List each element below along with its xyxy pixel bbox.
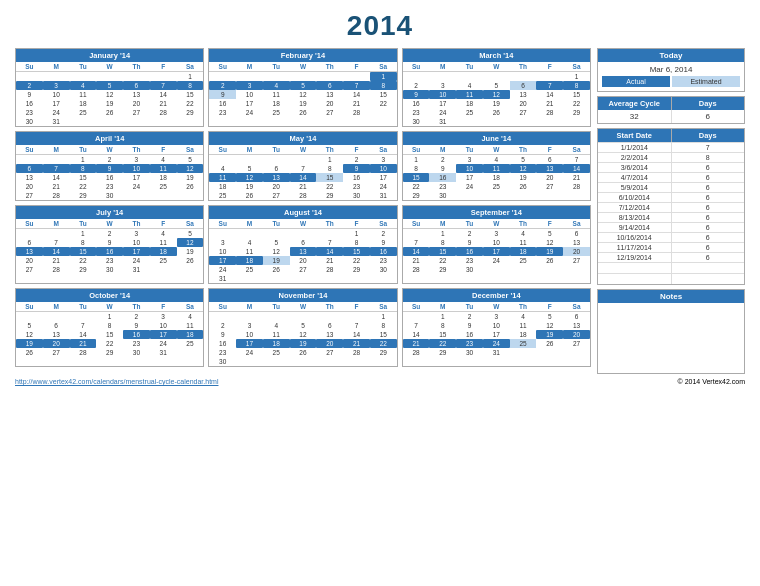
calendar-june: June '14 SuMTuWThFSa 1234567 89101112131… (402, 131, 591, 201)
calendar-december: December '14 SuMTuWThFSa 123456 78910111… (402, 288, 591, 367)
cycle-days-header: Days (672, 129, 745, 142)
calendar-may: May '14 SuMTuWThFSa 123 45678910 1112131… (208, 131, 397, 201)
calendar-july: July '14 SuMTuWThFSa 12345 6789101112 13… (15, 205, 204, 284)
today-date: Mar 6, 2014 (598, 62, 744, 76)
today-header: Today (598, 49, 744, 62)
sidebar: Today Mar 6, 2014 Actual Estimated Avera… (597, 48, 745, 374)
apr-grid: SuMTuWThFSa 12345 6789101112 13141516171… (16, 145, 203, 200)
calendar-august: August '14 SuMTuWThFSa 12 3456789 101112… (208, 205, 397, 284)
table-row: 8/13/20146 (598, 212, 744, 222)
calendar-february: February '14 SuMTuWThFSa 1 2345678 91011… (208, 48, 397, 127)
calendar-row-4: October '14 SuMTuWThFSa 1234 567891011 1… (15, 288, 591, 367)
dec-grid: SuMTuWThFSa 123456 78910111213 141516171… (403, 302, 590, 357)
average-box: Average Cycle Days 32 6 (597, 96, 745, 124)
oct-grid: SuMTuWThFSa 1234 567891011 1213141516171… (16, 302, 203, 357)
footer-link[interactable]: http://www.vertex42.com/calendars/menstr… (15, 378, 218, 385)
apr-header: April '14 (16, 132, 203, 145)
table-row: 4/7/20146 (598, 172, 744, 182)
footer: http://www.vertex42.com/calendars/menstr… (15, 378, 745, 385)
table-row: 6/10/20146 (598, 192, 744, 202)
avg-cycle-val: 32 (598, 110, 672, 123)
table-row: 5/9/20146 (598, 182, 744, 192)
calendar-april: April '14 SuMTuWThFSa 12345 6789101112 1… (15, 131, 204, 201)
estimated-legend: Estimated (672, 76, 740, 87)
table-row: 7/12/20146 (598, 202, 744, 212)
calendar-march: March '14 SuMTuWThFSa 1 2345678 91011121… (402, 48, 591, 127)
cycle-startdate-header: Start Date (598, 129, 672, 142)
calendar-row-1: January '14 SuMTuWThFSa 1 2345678 910111… (15, 48, 591, 127)
jul-header: July '14 (16, 206, 203, 219)
avg-header-row: Average Cycle Days (598, 97, 744, 110)
table-row: 2/2/20148 (598, 152, 744, 162)
table-row: 11/17/20146 (598, 242, 744, 252)
calendar-october: October '14 SuMTuWThFSa 1234 567891011 1… (15, 288, 204, 367)
sep-grid: SuMTuWThFSa 123456 78910111213 141516171… (403, 219, 590, 274)
jun-header: June '14 (403, 132, 590, 145)
notes-header: Notes (598, 290, 744, 303)
calendars-section: January '14 SuMTuWThFSa 1 2345678 910111… (15, 48, 591, 374)
jan-grid: SuMTuWThFSa 1 2345678 9101112131415 1617… (16, 62, 203, 126)
cycle-table: Start Date Days 1/1/20147 2/2/20148 3/6/… (597, 128, 745, 285)
feb-grid: SuMTuWThFSa 1 2345678 9101112131415 1617… (209, 62, 396, 117)
nov-header: November '14 (209, 289, 396, 302)
nov-grid: SuMTuWThFSa 1 2345678 9101112131415 1617… (209, 302, 396, 366)
sep-header: September '14 (403, 206, 590, 219)
calendar-row-2: April '14 SuMTuWThFSa 12345 6789101112 1… (15, 131, 591, 201)
may-grid: SuMTuWThFSa 123 45678910 11121314151617 … (209, 145, 396, 200)
today-box: Today Mar 6, 2014 Actual Estimated (597, 48, 745, 92)
legend-row: Actual Estimated (598, 76, 744, 91)
jun-grid: SuMTuWThFSa 1234567 891011121314 1516171… (403, 145, 590, 200)
avg-days-val: 6 (672, 110, 745, 123)
cycle-header-row: Start Date Days (598, 129, 744, 142)
jan-header: January '14 (16, 49, 203, 62)
avg-val-row: 32 6 (598, 110, 744, 123)
avg-days-header: Days (672, 97, 745, 110)
calendar-row-3: July '14 SuMTuWThFSa 12345 6789101112 13… (15, 205, 591, 284)
notes-content[interactable] (598, 303, 744, 373)
dec-header: December '14 (403, 289, 590, 302)
table-row: 3/6/20146 (598, 162, 744, 172)
calendar-november: November '14 SuMTuWThFSa 1 2345678 91011… (208, 288, 397, 367)
feb-header: February '14 (209, 49, 396, 62)
actual-legend: Actual (602, 76, 670, 87)
avg-cycle-header: Average Cycle (598, 97, 672, 110)
table-row (598, 262, 744, 273)
table-row: 12/19/20146 (598, 252, 744, 262)
aug-header: August '14 (209, 206, 396, 219)
calendar-january: January '14 SuMTuWThFSa 1 2345678 910111… (15, 48, 204, 127)
oct-header: October '14 (16, 289, 203, 302)
mar-grid: SuMTuWThFSa 1 2345678 9101112131415 1617… (403, 62, 590, 126)
table-row: 9/14/20146 (598, 222, 744, 232)
jul-grid: SuMTuWThFSa 12345 6789101112 13141516171… (16, 219, 203, 274)
page-title: 2014 (347, 10, 413, 42)
may-header: May '14 (209, 132, 396, 145)
footer-copyright: © 2014 Vertex42.com (678, 378, 745, 385)
table-row (598, 273, 744, 284)
aug-grid: SuMTuWThFSa 12 3456789 10111213141516 17… (209, 219, 396, 283)
table-row: 10/16/20146 (598, 232, 744, 242)
mar-header: March '14 (403, 49, 590, 62)
notes-box: Notes (597, 289, 745, 374)
table-row: 1/1/20147 (598, 142, 744, 152)
calendar-september: September '14 SuMTuWThFSa 123456 7891011… (402, 205, 591, 284)
main-layout: January '14 SuMTuWThFSa 1 2345678 910111… (15, 48, 745, 374)
